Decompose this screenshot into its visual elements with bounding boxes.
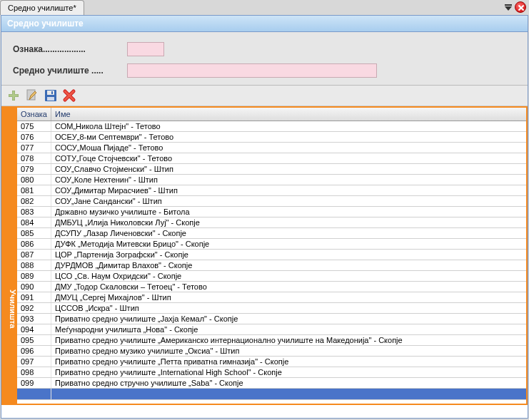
- table-row[interactable]: 094Меѓународни училишта „Нова" - Скопје: [17, 324, 526, 335]
- side-tab-schools[interactable]: Училишта: [3, 108, 17, 404]
- cell-name: [51, 389, 526, 399]
- cell-code: 091: [17, 292, 51, 302]
- table-row[interactable]: 083Државно музичко училиште - Битола: [17, 207, 526, 217]
- selected-row[interactable]: [17, 389, 526, 400]
- cell-name: ЦСО „Св. Наум Охридски" - Скопје: [51, 271, 526, 281]
- main-panel: Средно училиште Ознака..................…: [1, 15, 528, 419]
- table-row[interactable]: 096Приватно средно музико училиште „Окси…: [17, 346, 526, 357]
- form-area: Ознака.................. Средно училиште…: [1, 32, 528, 86]
- cell-code: 075: [17, 121, 51, 131]
- cell-name: СОУ„Славчо Стојменски" - Штип: [51, 164, 526, 174]
- table-row[interactable]: 084ДМБУЦ „Илија Николовски Луј" - Скопје: [17, 217, 526, 228]
- table-row[interactable]: 079СОУ„Славчо Стојменски" - Штип: [17, 164, 526, 175]
- menu-dropdown-icon[interactable]: [505, 4, 512, 11]
- delete-button[interactable]: [61, 88, 77, 103]
- table-row[interactable]: 075СОМ„Никола Штејн" - Тетово: [17, 121, 526, 132]
- cell-code: 077: [17, 143, 51, 153]
- table-row[interactable]: 090ДМУ „Тодор Скаловски – Тетоец" - Тето…: [17, 282, 526, 292]
- close-icon[interactable]: [515, 1, 526, 13]
- edit-button[interactable]: [24, 88, 40, 103]
- label-code: Ознака..................: [13, 44, 127, 54]
- cell-code: 083: [17, 207, 51, 217]
- cell-name: Приватно средно стручно училиште „Saba" …: [51, 378, 526, 388]
- cell-name: Меѓународни училишта „Нова" - Скопје: [51, 324, 526, 334]
- cell-code: 095: [17, 335, 51, 345]
- code-input[interactable]: [127, 42, 164, 56]
- cell-name: Приватно средно училиште „Јахја Кемал" -…: [51, 314, 526, 324]
- table-row[interactable]: 077СОСУ„Моша Пијаде" - Тетово: [17, 143, 526, 153]
- cell-code: [17, 389, 51, 399]
- table-row[interactable]: 087ЦОР „Партенија Зографски" - Скопје: [17, 250, 526, 260]
- table-row[interactable]: 092ЦССОВ „Искра" - Штип: [17, 303, 526, 314]
- table-row[interactable]: 081СОУ„Димитар Мирасчиев" - Штип: [17, 185, 526, 196]
- cell-name: Приватно средно музико училиште „Оксиа" …: [51, 346, 526, 356]
- cell-name: Приватно средно училиште „Американско ин…: [51, 335, 526, 345]
- cell-name: ДСУПУ „Лазар Личеновски" - Скопје: [51, 228, 526, 238]
- cell-name: ОСЕУ„8-ми Септември" - Тетово: [51, 132, 526, 142]
- table-row[interactable]: 095Приватно средно училиште „Американско…: [17, 335, 526, 346]
- cell-code: 090: [17, 282, 51, 292]
- add-button[interactable]: [6, 88, 21, 103]
- table-row[interactable]: 085ДСУПУ „Лазар Личеновски" - Скопје: [17, 228, 526, 239]
- header-name[interactable]: Име: [51, 108, 526, 121]
- cell-name: Државно музичко училиште - Битола: [51, 207, 526, 217]
- cell-name: Приватно средно училиште „International …: [51, 367, 526, 377]
- cell-code: 087: [17, 250, 51, 260]
- cell-name: СОУ„Јане Сандански" - Штип: [51, 196, 526, 206]
- cell-name: СОУ„Коле Нехтенин" - Штип: [51, 175, 526, 185]
- label-name: Средно училиште .....: [13, 66, 127, 76]
- cell-name: ЦССОВ „Искра" - Штип: [51, 303, 526, 313]
- tab-bar: Средно училиште*: [0, 0, 529, 15]
- table-row[interactable]: 097Приватно средно училиште „Петта прива…: [17, 357, 526, 367]
- save-button[interactable]: [43, 88, 59, 103]
- cell-name: СОСУ„Моша Пијаде" - Тетово: [51, 143, 526, 153]
- cell-code: 080: [17, 175, 51, 185]
- table-row[interactable]: 076ОСЕУ„8-ми Септември" - Тетово: [17, 132, 526, 143]
- cell-name: ДУРДМОВ „Димитар Влахов" - Скопје: [51, 260, 526, 270]
- cell-code: 097: [17, 357, 51, 367]
- tab-title: Средно училиште*: [8, 4, 76, 12]
- cell-name: ДМУ „Тодор Скаловски – Тетоец" - Тетово: [51, 282, 526, 292]
- cell-code: 096: [17, 346, 51, 356]
- cell-name: ЦОР „Партенија Зографски" - Скопје: [51, 250, 526, 260]
- table-row[interactable]: 078СОТУ„Гоце Стојчевски" - Тетово: [17, 153, 526, 164]
- cell-code: 088: [17, 260, 51, 270]
- toolbar: [1, 86, 528, 106]
- side-tab-label: Училишта: [9, 290, 17, 328]
- cell-name: СОМ„Никола Штејн" - Тетово: [51, 121, 526, 131]
- tab-main[interactable]: Средно училиште*: [0, 0, 84, 15]
- table-row[interactable]: 099Приватно средно стручно училиште „Sab…: [17, 378, 526, 389]
- cell-name: ДУФК „Методија Митевски Брицо" - Скопје: [51, 239, 526, 249]
- cell-name: СОУ„Димитар Мирасчиев" - Штип: [51, 185, 526, 195]
- table-row[interactable]: 098Приватно средно училиште „Internation…: [17, 367, 526, 378]
- cell-code: 082: [17, 196, 51, 206]
- grid-header: Ознака Име: [17, 108, 526, 121]
- table-row[interactable]: 093Приватно средно училиште „Јахја Кемал…: [17, 314, 526, 324]
- table-row[interactable]: 091ДМУЦ „Сергеј Михајлов" - Штип: [17, 292, 526, 303]
- cell-name: ДМБУЦ „Илија Николовски Луј" - Скопје: [51, 217, 526, 227]
- cell-code: 078: [17, 153, 51, 163]
- table-row[interactable]: 082СОУ„Јане Сандански" - Штип: [17, 196, 526, 207]
- svg-rect-7: [47, 97, 54, 101]
- svg-rect-8: [51, 91, 53, 94]
- cell-code: 099: [17, 378, 51, 388]
- name-input[interactable]: [127, 63, 377, 78]
- cell-code: 081: [17, 185, 51, 195]
- cell-code: 084: [17, 217, 51, 227]
- table-row[interactable]: 089ЦСО „Св. Наум Охридски" - Скопје: [17, 271, 526, 282]
- cell-code: 076: [17, 132, 51, 142]
- data-grid[interactable]: Ознака Име 075СОМ„Никола Штејн" - Тетово…: [17, 108, 526, 404]
- svg-rect-3: [9, 95, 19, 97]
- cell-name: Приватно средно училиште „Петта приватна…: [51, 357, 526, 367]
- cell-code: 079: [17, 164, 51, 174]
- table-row[interactable]: 086ДУФК „Методија Митевски Брицо" - Скоп…: [17, 239, 526, 250]
- cell-code: 098: [17, 367, 51, 377]
- header-code[interactable]: Ознака: [17, 108, 51, 121]
- table-row[interactable]: 080СОУ„Коле Нехтенин" - Штип: [17, 175, 526, 185]
- cell-code: 094: [17, 324, 51, 334]
- cell-name: ДМУЦ „Сергеј Михајлов" - Штип: [51, 292, 526, 302]
- svg-rect-6: [47, 91, 54, 95]
- cell-code: 089: [17, 271, 51, 281]
- cell-code: 092: [17, 303, 51, 313]
- table-row[interactable]: 088ДУРДМОВ „Димитар Влахов" - Скопје: [17, 260, 526, 271]
